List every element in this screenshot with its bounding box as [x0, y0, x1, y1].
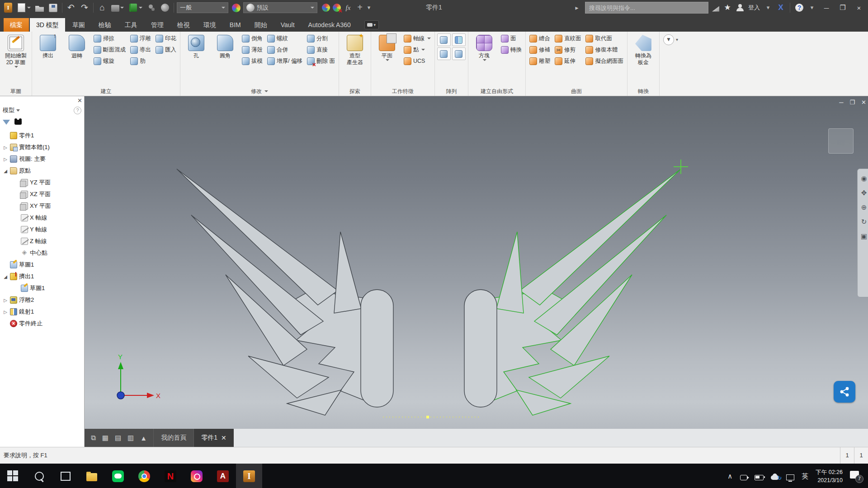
ribbon-button-取代面[interactable]: 取代面	[584, 33, 625, 43]
collapse-up-icon[interactable]: ▲	[140, 434, 147, 442]
collapsed-arrow-icon[interactable]: ▷	[3, 145, 8, 150]
tray-chevron-icon[interactable]: ∧	[727, 472, 732, 480]
tree-item-原點[interactable]: ◢原點	[0, 165, 84, 177]
ribbon-button-修復本體[interactable]: 修復本體	[584, 45, 625, 55]
ribbon-tab-3d-模型[interactable]: 3D 模型	[30, 18, 65, 32]
ribbon-button-螺旋[interactable]: 螺旋	[92, 56, 127, 66]
redo-button[interactable]	[79, 2, 90, 14]
ribbon-tab-autodesk-a360[interactable]: Autodesk A360	[302, 18, 357, 32]
ribbon-button-開始繪製2D草圖[interactable]: 開始繪製 2D 草圖	[2, 33, 29, 69]
cascade-windows-icon[interactable]: ⧉	[91, 434, 96, 442]
tab-part1[interactable]: 零件1 ✕	[193, 429, 234, 447]
tree-item-XY平面[interactable]: XY 平面	[0, 200, 84, 212]
ribbon-button-修剪[interactable]: 修剪	[553, 45, 583, 55]
ribbon-tab-開始[interactable]: 開始	[248, 18, 274, 32]
taskbar-instagram-button[interactable]	[184, 464, 210, 488]
panel-label-建立[interactable]: 建立	[33, 87, 179, 96]
panel-label-曲面[interactable]: 曲面	[527, 87, 626, 96]
taskbar-taskview-button[interactable]	[52, 464, 79, 488]
input-language-indicator[interactable]: 英	[802, 472, 808, 481]
ribbon-button-合併[interactable]: 合併	[266, 45, 304, 55]
ribbon-button-UCS[interactable]: UCS	[402, 56, 432, 66]
ribbon-button-匯入[interactable]: 匯入	[154, 45, 178, 55]
ribbon-button-修補[interactable]: 修補	[528, 45, 552, 55]
orbit-icon[interactable]: ↻	[861, 218, 867, 226]
browser-help-icon[interactable]: ?	[74, 107, 81, 114]
ribbon-button-印花[interactable]: 印花	[154, 33, 178, 43]
minimize-button[interactable]: ─	[820, 4, 833, 12]
inventor-logo-button[interactable]	[3, 2, 14, 14]
panel-label-陣列[interactable]: 陣列	[436, 87, 467, 96]
restore-button[interactable]: ❐	[836, 4, 849, 12]
tree-item-浮雕2[interactable]: ▷浮雕2	[0, 294, 84, 306]
tree-item-XZ平面[interactable]: XZ 平面	[0, 188, 84, 200]
share-button[interactable]	[834, 381, 855, 403]
panel-label-修改[interactable]: 修改	[182, 87, 337, 96]
ribbon-button-拔模[interactable]: 拔模	[241, 56, 264, 66]
exchange-apps-icon[interactable]	[776, 3, 785, 12]
tree-item-實體本體(1)[interactable]: ▷實體本體(1)	[0, 141, 84, 153]
ribbon-button-造型產生器[interactable]: 造型 產生器	[341, 33, 368, 67]
zoom-icon[interactable]: ⊕	[861, 203, 867, 211]
taskbar-inventor-button[interactable]	[236, 464, 262, 488]
clock[interactable]: 下午 02:26 2021/3/10	[816, 468, 843, 484]
ribbon-button-直接[interactable]: 直接	[306, 45, 336, 55]
sign-in-button[interactable]: 登入	[748, 4, 760, 12]
search-arrow-icon[interactable]	[572, 3, 581, 12]
ribbon-tab-工具[interactable]: 工具	[118, 18, 144, 32]
ribbon-tab-vault[interactable]: Vault	[274, 18, 301, 32]
ribbon-button-分割[interactable]: 分割	[306, 33, 336, 43]
ribbon-tab-草圖[interactable]: 草圖	[66, 18, 91, 32]
doc-restore-button[interactable]: ❐	[849, 99, 855, 106]
adjust-appearance-icon[interactable]	[322, 4, 330, 12]
tree-item-零件終止[interactable]: 零件終止	[0, 318, 84, 329]
color-wheel-icon[interactable]	[232, 4, 241, 12]
tile-horizontal-icon[interactable]: ▤	[115, 434, 121, 442]
add-qat-icon[interactable]	[355, 3, 364, 12]
tree-item-X軸線[interactable]: X 軸線	[0, 212, 84, 224]
tree-item-Y軸線[interactable]: Y 軸線	[0, 224, 84, 235]
style-combo[interactable]: 一般	[177, 2, 228, 13]
tree-item-草圖1[interactable]: 草圖1	[0, 259, 84, 271]
collapsed-arrow-icon[interactable]: ▷	[3, 298, 8, 303]
open-file-button[interactable]	[34, 2, 45, 14]
ribbon-button-平面[interactable]: 平面	[373, 33, 401, 62]
ribbon-tab-管理[interactable]: 管理	[145, 18, 170, 32]
collapsed-arrow-icon[interactable]: ▷	[3, 310, 8, 314]
ribbon-button-刪除面[interactable]: 刪除 面	[306, 56, 336, 66]
ribbon-button-面[interactable]: 面	[500, 33, 523, 43]
ribbon-tab-環境[interactable]: 環境	[197, 18, 222, 32]
ribbon-tab-檢驗[interactable]: 檢驗	[92, 18, 118, 32]
camera-tray-icon[interactable]	[740, 475, 747, 480]
tab-home[interactable]: 我的首頁	[153, 429, 193, 447]
ribbon-tab-檔案[interactable]: 檔案	[4, 18, 29, 32]
close-button[interactable]: ×	[853, 4, 865, 12]
ribbon-button-擬合網面面[interactable]: 擬合網面面	[584, 56, 625, 66]
ribbon-button-circular-pattern[interactable]	[437, 47, 451, 60]
action-center-button[interactable]: 7	[850, 471, 862, 482]
ribbon-button-縫合[interactable]: 縫合	[528, 33, 552, 43]
tree-item-Z軸線[interactable]: Z 軸線	[0, 235, 84, 247]
ribbon-button-sketch-pattern[interactable]	[452, 47, 466, 60]
ribbon-button-轉換[interactable]: 轉換	[500, 45, 523, 55]
ribbon-button-迴轉[interactable]: 迴轉	[63, 33, 90, 61]
ribbon-button-孔[interactable]: 孔	[183, 33, 210, 61]
taskbar-explorer-button[interactable]	[79, 464, 105, 488]
undo-button[interactable]	[65, 2, 77, 14]
ribbon-button-雕塑[interactable]: 雕塑	[528, 56, 552, 66]
panel-label-建立自由形式[interactable]: 建立自由形式	[470, 87, 524, 96]
tree-item-中心點[interactable]: 中心點	[0, 247, 84, 259]
satellite-icon[interactable]	[712, 6, 719, 12]
navigation-wheel-icon[interactable]: ◉	[861, 174, 867, 183]
tree-item-YZ平面[interactable]: YZ 平面	[0, 177, 84, 188]
ribbon-button-增厚/偏移[interactable]: 增厚/ 偏移	[266, 56, 304, 66]
ribbon-button-點[interactable]: 點	[402, 45, 432, 55]
home-button[interactable]	[96, 2, 108, 14]
taskbar-search-button[interactable]	[26, 464, 52, 488]
ribbon-button-浮雕[interactable]: 浮雕	[129, 33, 152, 43]
panel-label-探索[interactable]: 探索	[340, 87, 369, 96]
ribbon-button-斷面混成[interactable]: 斷面混成	[92, 45, 127, 55]
material-library-button[interactable]	[127, 2, 144, 14]
render-globe-button[interactable]	[159, 2, 171, 14]
ribbon-button-倒角[interactable]: 倒角	[241, 33, 264, 43]
